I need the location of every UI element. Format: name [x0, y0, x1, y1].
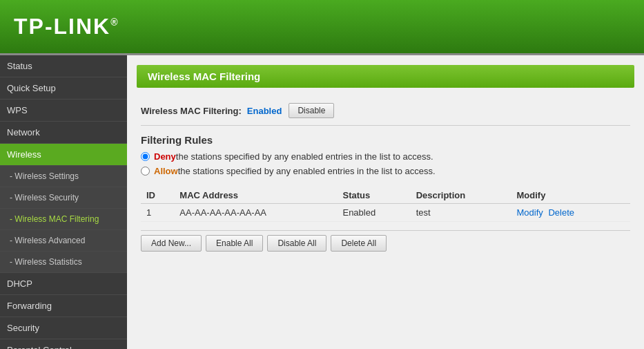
row-id: 1	[141, 204, 174, 222]
allow-suffix: the stations specified by any enabled en…	[178, 166, 436, 176]
row-modify-cell: Modify Delete	[511, 204, 631, 222]
table-header-row: ID MAC Address Status Description Modify	[141, 187, 630, 204]
logo-text: TP-LINK	[14, 14, 110, 39]
mac-filtering-status-row: Wireless MAC Filtering: Enabled Disable	[141, 96, 630, 126]
rule-allow-option: Allow the stations specified by any enab…	[141, 166, 630, 176]
rule-allow-radio[interactable]	[141, 167, 150, 176]
sidebar-item-status[interactable]: Status	[0, 55, 127, 77]
filtering-status: Enabled	[247, 106, 282, 116]
deny-suffix: the stations specified by any enabled en…	[176, 151, 433, 162]
sidebar: Status Quick Setup WPS Network Wireless …	[0, 55, 127, 349]
mac-address-table: ID MAC Address Status Description Modify…	[141, 187, 630, 222]
filtering-label: Wireless MAC Filtering:	[141, 106, 242, 116]
sidebar-item-wireless-statistics[interactable]: - Wireless Statistics	[0, 252, 127, 273]
sidebar-item-wireless[interactable]: Wireless	[0, 144, 127, 166]
filtering-rules-section: Filtering Rules Deny the stations specif…	[141, 134, 630, 176]
delete-link[interactable]: Delete	[548, 207, 574, 218]
col-mac: MAC Address	[174, 187, 337, 204]
header: TP-LINK®	[0, 0, 644, 55]
table-row: 1 AA-AA-AA-AA-AA-AA Enabled test Modify …	[141, 204, 630, 222]
allow-text: Allow	[154, 166, 178, 176]
content-area: Wireless MAC Filtering Wireless MAC Filt…	[127, 55, 644, 349]
content-inner: Wireless MAC Filtering: Enabled Disable …	[127, 88, 644, 260]
col-id: ID	[141, 187, 174, 204]
deny-text: Deny	[154, 151, 176, 162]
sidebar-item-quick-setup[interactable]: Quick Setup	[0, 77, 127, 100]
delete-all-button[interactable]: Delete All	[331, 235, 387, 252]
disable-all-button[interactable]: Disable All	[267, 235, 326, 252]
rules-title: Filtering Rules	[141, 134, 630, 146]
action-buttons-row: Add New... Enable All Disable All Delete…	[141, 230, 630, 252]
sidebar-item-wireless-security[interactable]: - Wireless Security	[0, 187, 127, 209]
add-new-button[interactable]: Add New...	[141, 235, 202, 252]
sidebar-item-wps[interactable]: WPS	[0, 100, 127, 122]
logo: TP-LINK®	[14, 14, 119, 39]
sidebar-item-wireless-settings[interactable]: - Wireless Settings	[0, 166, 127, 187]
sidebar-item-dhcp[interactable]: DHCP	[0, 273, 127, 295]
row-description: test	[411, 204, 511, 222]
row-status: Enabled	[337, 204, 410, 222]
sidebar-item-network[interactable]: Network	[0, 122, 127, 144]
row-mac: AA-AA-AA-AA-AA-AA	[174, 204, 337, 222]
reg-symbol: ®	[110, 17, 119, 28]
sidebar-item-security[interactable]: Security	[0, 317, 127, 339]
rule-deny-option: Deny the stations specified by any enabl…	[141, 151, 630, 162]
col-modify: Modify	[511, 187, 631, 204]
sidebar-item-wireless-advanced[interactable]: - Wireless Advanced	[0, 230, 127, 252]
enable-all-button[interactable]: Enable All	[206, 235, 263, 252]
modify-link[interactable]: Modify	[517, 207, 543, 218]
page-title: Wireless MAC Filtering	[148, 70, 260, 82]
col-status: Status	[337, 187, 410, 204]
col-description: Description	[411, 187, 511, 204]
page-title-bar: Wireless MAC Filtering	[137, 65, 634, 88]
disable-button[interactable]: Disable	[289, 103, 334, 118]
rule-deny-radio[interactable]	[141, 152, 150, 161]
sidebar-item-parental-control[interactable]: Parental Control	[0, 339, 127, 349]
sidebar-item-wireless-mac-filtering[interactable]: - Wireless MAC Filtering	[0, 209, 127, 230]
sidebar-item-forwarding[interactable]: Forwarding	[0, 295, 127, 317]
main-layout: Status Quick Setup WPS Network Wireless …	[0, 55, 644, 349]
